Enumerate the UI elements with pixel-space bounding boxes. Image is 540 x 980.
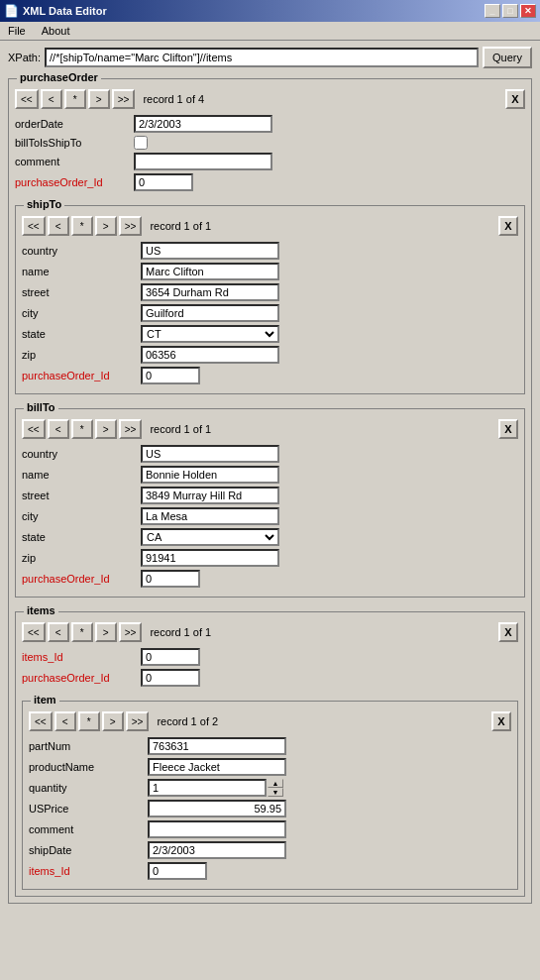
- item-usprice-label: USPrice: [29, 803, 148, 815]
- bt-close-btn[interactable]: X: [498, 419, 518, 439]
- bt-zip-label: zip: [22, 552, 141, 564]
- purchase-order-panel: purchaseOrder << < * > >> record 1 of 4 …: [8, 78, 532, 904]
- item-usprice-input[interactable]: [148, 800, 286, 817]
- st-country-label: country: [22, 245, 141, 257]
- bt-last-btn[interactable]: >>: [119, 419, 143, 439]
- items-star-btn[interactable]: *: [71, 622, 93, 642]
- items-poid-input[interactable]: [141, 669, 200, 687]
- bt-zip-input[interactable]: [141, 549, 279, 567]
- po-order-date-label: orderDate: [15, 118, 134, 130]
- item-productname-input[interactable]: [148, 758, 286, 776]
- po-star-btn[interactable]: *: [64, 89, 86, 109]
- ship-to-panel: shipTo << < * > >> record 1 of 1 X count…: [15, 205, 525, 394]
- po-close-btn[interactable]: X: [505, 89, 525, 109]
- st-country-input[interactable]: [141, 242, 279, 260]
- app-icon: 📄: [4, 4, 19, 18]
- bt-country-label: country: [22, 448, 141, 460]
- items-close-btn[interactable]: X: [498, 622, 518, 642]
- item-id-label: items_Id: [29, 865, 148, 877]
- bt-state-select[interactable]: CACTNYTX: [141, 528, 279, 546]
- st-name-input[interactable]: [141, 263, 279, 280]
- item-partnum-input[interactable]: [148, 737, 286, 755]
- po-comment-input[interactable]: [134, 153, 272, 170]
- item-qty-label: quantity: [29, 782, 148, 794]
- po-bill-ship-label: billToIsShipTo: [15, 137, 134, 149]
- st-street-label: street: [22, 286, 141, 298]
- items-record-info: record 1 of 1: [144, 622, 496, 642]
- bill-to-nav: << < * > >> record 1 of 1 X: [22, 419, 518, 439]
- item-qty-input[interactable]: [148, 779, 267, 797]
- bt-name-input[interactable]: [141, 466, 279, 484]
- st-close-btn[interactable]: X: [498, 216, 518, 236]
- bt-next-btn[interactable]: >: [95, 419, 117, 439]
- bt-street-label: street: [22, 490, 141, 501]
- po-id-input[interactable]: [134, 173, 193, 191]
- bill-to-title: billTo: [24, 401, 58, 413]
- st-last-btn[interactable]: >>: [119, 216, 143, 236]
- po-order-date-input[interactable]: [134, 115, 272, 133]
- item-id-input[interactable]: [148, 862, 207, 880]
- title-bar: 📄 XML Data Editor _ □ ✕: [0, 0, 540, 22]
- items-id-input[interactable]: [141, 648, 200, 666]
- bill-to-panel: billTo << < * > >> record 1 of 1 X count…: [15, 408, 525, 598]
- item-qty-up-btn[interactable]: ▲: [268, 779, 283, 788]
- st-zip-input[interactable]: [141, 346, 279, 364]
- st-city-input[interactable]: [141, 304, 279, 322]
- items-prev-btn[interactable]: <: [48, 622, 69, 642]
- st-state-select[interactable]: CTCANYTX: [141, 325, 279, 343]
- st-prev-btn[interactable]: <: [48, 216, 69, 236]
- window-title: XML Data Editor: [23, 5, 107, 17]
- st-star-btn[interactable]: *: [71, 216, 93, 236]
- po-id-row: purchaseOrder_Id: [15, 173, 525, 191]
- bt-star-btn[interactable]: *: [71, 419, 93, 439]
- bt-prev-btn[interactable]: <: [48, 419, 69, 439]
- item-star-btn[interactable]: *: [78, 711, 100, 731]
- item-prev-btn[interactable]: <: [54, 711, 76, 731]
- items-poid-label: purchaseOrder_Id: [22, 672, 141, 684]
- xpath-label: XPath:: [8, 52, 41, 63]
- po-first-btn[interactable]: <<: [15, 89, 39, 109]
- bt-name-label: name: [22, 469, 141, 481]
- item-qty-down-btn[interactable]: ▼: [268, 788, 283, 797]
- purchase-order-nav: << < * > >> record 1 of 4 X: [15, 89, 525, 109]
- maximize-button[interactable]: □: [502, 4, 518, 18]
- item-title: item: [31, 694, 59, 706]
- items-first-btn[interactable]: <<: [22, 622, 46, 642]
- item-first-btn[interactable]: <<: [29, 711, 53, 731]
- close-button[interactable]: ✕: [520, 4, 536, 18]
- bt-country-input[interactable]: [141, 445, 279, 463]
- st-first-btn[interactable]: <<: [22, 216, 46, 236]
- items-title: items: [24, 604, 58, 616]
- query-button[interactable]: Query: [483, 47, 532, 68]
- items-next-btn[interactable]: >: [95, 622, 117, 642]
- menu-file[interactable]: File: [4, 24, 30, 38]
- menu-about[interactable]: About: [38, 24, 74, 38]
- items-last-btn[interactable]: >>: [119, 622, 143, 642]
- po-last-btn[interactable]: >>: [112, 89, 136, 109]
- po-next-btn[interactable]: >: [88, 89, 110, 109]
- st-id-input[interactable]: [141, 367, 200, 384]
- bt-first-btn[interactable]: <<: [22, 419, 46, 439]
- bt-id-input[interactable]: [141, 570, 200, 588]
- bt-street-input[interactable]: [141, 487, 279, 504]
- po-prev-btn[interactable]: <: [41, 89, 62, 109]
- item-nav: << < * > >> record 1 of 2 X: [29, 711, 511, 731]
- st-street-input[interactable]: [141, 283, 279, 301]
- po-record-info: record 1 of 4: [137, 89, 503, 109]
- item-next-btn[interactable]: >: [102, 711, 124, 731]
- st-id-label: purchaseOrder_Id: [22, 370, 141, 381]
- st-zip-label: zip: [22, 349, 141, 361]
- bt-state-label: state: [22, 531, 141, 543]
- st-next-btn[interactable]: >: [95, 216, 117, 236]
- item-last-btn[interactable]: >>: [126, 711, 150, 731]
- item-shipdate-input[interactable]: [148, 841, 286, 859]
- items-nav: << < * > >> record 1 of 1 X: [22, 622, 518, 642]
- minimize-button[interactable]: _: [485, 4, 500, 18]
- po-bill-ship-checkbox[interactable]: [134, 136, 148, 150]
- item-panel: item << < * > >> record 1 of 2 X partNum…: [22, 701, 518, 890]
- items-panel: items << < * > >> record 1 of 1 X items_…: [15, 611, 525, 897]
- xpath-input[interactable]: [45, 48, 479, 67]
- item-comment-input[interactable]: [148, 820, 286, 838]
- item-close-btn[interactable]: X: [491, 711, 511, 731]
- bt-city-input[interactable]: [141, 507, 279, 525]
